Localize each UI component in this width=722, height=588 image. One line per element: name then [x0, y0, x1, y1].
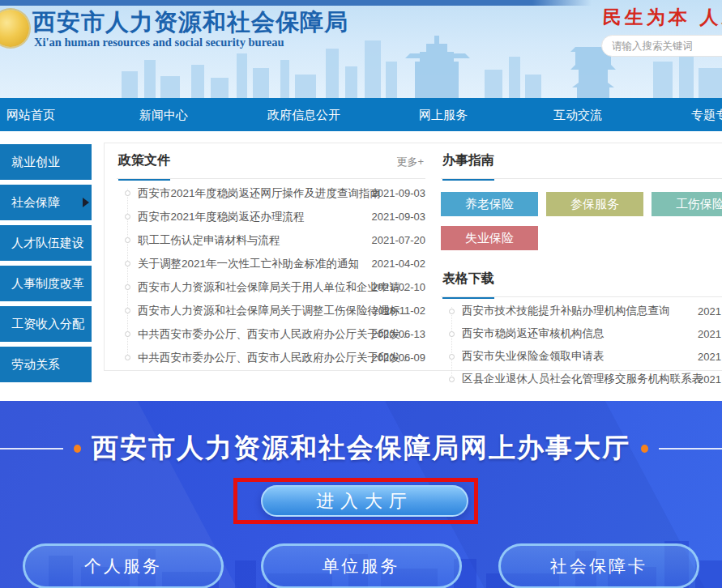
calligraphy-slogan: 民生为本 人才: [602, 5, 722, 30]
guide-button[interactable]: 养老保险: [441, 192, 538, 216]
bullet-icon: [449, 309, 455, 314]
policy-list-item[interactable]: 西安市人力资源和社会保障局关于调整工伤保险待遇标... 2020-11-02: [117, 299, 425, 322]
nav-item[interactable]: 专题专栏: [691, 98, 722, 131]
policy-item-date: 2021-09-03: [372, 187, 426, 199]
banner-bottom-buttons: 个人服务 单位服务 社会保障卡: [0, 543, 722, 588]
sidebar-item-label: 人事制度改革: [11, 276, 84, 290]
policy-section-title: 政策文件: [118, 152, 170, 181]
decor-dot-right: [641, 445, 648, 453]
nav-item[interactable]: 政府信息公开: [267, 98, 340, 131]
decor-line-left: [0, 448, 63, 450]
form-item-date: 2021: [698, 351, 721, 363]
active-arrow-icon: [83, 198, 89, 207]
policy-list: 西安市2021年度稳岗返还网厅操作及进度查询指南 2021-09-03 西安市2…: [117, 179, 425, 369]
bullet-icon: [125, 261, 130, 266]
policy-list-item[interactable]: 西安市2021年度稳岗返还办理流程 2021-09-03: [117, 205, 425, 228]
guide-button[interactable]: 工伤保险: [652, 192, 722, 216]
header-top-strip: [0, 0, 592, 6]
policy-item-title: 关于调整2021年一次性工亡补助金标准的通知: [138, 257, 359, 271]
policy-item-title: 西安市人力资源和社会保障局关于用人单位和企业申请...: [138, 280, 409, 295]
site-subtitle-english: Xi'an human resources and social securit…: [34, 36, 284, 49]
site-title: 西安市人力资源和社会保障局: [32, 6, 348, 39]
sidebar-item[interactable]: 就业创业: [0, 144, 92, 180]
policy-section-header: 政策文件 更多+: [117, 143, 425, 179]
bullet-icon: [125, 308, 130, 313]
bullet-icon: [125, 237, 130, 243]
sidebar-item-label: 社会保障: [11, 195, 60, 209]
nav-item[interactable]: 互动交流: [553, 98, 602, 131]
bullet-icon: [125, 214, 130, 219]
site-header: 西安市人力资源和社会保障局 Xi'an human resources and …: [0, 0, 722, 98]
sidebar-item-label: 人才队伍建设: [11, 236, 84, 249]
banner-title-row: 西安市人力资源和社会保障局网上办事大厅: [0, 430, 722, 467]
policy-item-date: 2020-06-13: [372, 328, 426, 340]
policy-item-title: 职工工伤认定申请材料与流程: [138, 233, 280, 248]
sidebar-item-label: 劳动关系: [11, 357, 60, 371]
service-pill-button[interactable]: 单位服务: [261, 543, 462, 588]
form-item-date: 2021: [698, 328, 721, 340]
sidebar-item[interactable]: 人才队伍建设: [0, 225, 92, 261]
form-item-date: 2021: [698, 373, 721, 386]
bullet-icon: [125, 331, 130, 337]
nav-item[interactable]: 网上服务: [419, 98, 468, 131]
service-pill-button[interactable]: 个人服务: [23, 543, 224, 588]
bullet-icon: [125, 284, 130, 290]
policy-list-item[interactable]: 西安市2021年度稳岗返还网厅操作及进度查询指南 2021-09-03: [117, 181, 425, 205]
guide-section-title: 办事指南: [442, 152, 494, 181]
policy-more-link[interactable]: 更多+: [396, 155, 424, 169]
service-pill-button[interactable]: 社会保障卡: [498, 543, 699, 588]
decor-dot-left: [74, 445, 81, 453]
forms-section-header: 表格下载: [441, 262, 722, 297]
bullet-icon: [449, 331, 455, 337]
bullet-icon: [449, 354, 455, 360]
policy-list-item[interactable]: 职工工伤认定申请材料与流程 2021-07-20: [117, 228, 425, 252]
form-item-title: 西安市稳岗返还审核机构信息: [462, 326, 605, 341]
form-item-title: 区县企业退休人员社会化管理移交服务机构联系表: [462, 372, 703, 386]
banner-title: 西安市人力资源和社会保障局网上办事大厅: [92, 430, 630, 467]
form-list-item[interactable]: 西安市稳岗返还审核机构信息 2021: [441, 322, 722, 345]
form-list-item[interactable]: 西安市失业保险金领取申请表 2021: [441, 345, 722, 368]
sidebar-item[interactable]: 社会保障: [0, 185, 92, 220]
policy-item-date: 2020-06-09: [372, 352, 426, 364]
guide-buttons: 养老保险 参保服务 工伤保险 失业保险: [441, 179, 722, 262]
main-content: 就业创业 社会保障 人才队伍建设 人事制度改革: [0, 131, 722, 401]
nav-item[interactable]: 新闻中心: [139, 98, 188, 131]
guide-section-header: 办事指南: [441, 143, 722, 179]
sidebar-menu: 就业创业 社会保障 人才队伍建设 人事制度改革: [0, 144, 92, 387]
policy-list-item[interactable]: 中共西安市委办公厅、西安市人民政府办公厅关于印发... 2020-06-13: [117, 322, 425, 346]
form-item-title: 西安市技术技能提升补贴办理机构信息查询: [462, 304, 670, 318]
policy-item-title: 西安市2021年度稳岗返还网厅操作及进度查询指南: [138, 186, 381, 201]
form-item-title: 西安市失业保险金领取申请表: [462, 349, 605, 364]
search-input[interactable]: [601, 35, 722, 57]
policy-item-title: 中共西安市委办公厅、西安市人民政府办公厅关于印发...: [138, 327, 409, 342]
policy-item-title: 西安市人力资源和社会保障局关于调整工伤保险待遇标...: [138, 304, 409, 318]
policy-list-item[interactable]: 关于调整2021年一次性工亡补助金标准的通知 2021-04-02: [117, 252, 425, 275]
red-highlight-box: [233, 478, 478, 524]
policy-item-date: 2020-11-02: [372, 305, 425, 317]
guide-button[interactable]: 参保服务: [546, 192, 643, 216]
sidebar-item[interactable]: 工资收入分配: [0, 306, 92, 342]
form-list-item[interactable]: 西安市技术技能提升补贴办理机构信息查询 2021: [441, 300, 722, 322]
bullet-icon: [125, 355, 130, 360]
form-list-item[interactable]: 区县企业退休人员社会化管理移交服务机构联系表 2021: [441, 368, 722, 390]
policy-item-date: 2021-04-02: [372, 258, 426, 270]
policy-item-date: 2021-09-03: [372, 211, 426, 223]
decor-line-right: [659, 448, 722, 450]
sidebar-item[interactable]: 劳动关系: [0, 347, 92, 382]
policy-list-item[interactable]: 西安市人力资源和社会保障局关于用人单位和企业申请... 2021-02-10: [117, 275, 425, 299]
content-box: 政策文件 更多+ 西安市2021年度稳岗返还网厅操作及进度查询指南 2021-0…: [104, 143, 722, 371]
service-hall-banner: 西安市人力资源和社会保障局网上办事大厅 进入大厅 个人服务 单位服务 社会保障卡: [0, 401, 722, 588]
sidebar-item-label: 就业创业: [11, 155, 60, 168]
guide-button[interactable]: 失业保险: [441, 226, 538, 250]
policy-item-title: 中共西安市委办公厅、西安市人民政府办公厅关于印发...: [138, 351, 409, 365]
nav-item[interactable]: 网站首页: [6, 98, 55, 131]
policy-list-item[interactable]: 中共西安市委办公厅、西安市人民政府办公厅关于印发... 2020-06-09: [117, 346, 425, 369]
main-navbar: 网站首页 新闻中心 政府信息公开 网上服务 互动交流 专题专栏: [0, 98, 722, 131]
sidebar-item[interactable]: 人事制度改革: [0, 266, 92, 301]
policy-item-date: 2021-07-20: [372, 234, 426, 246]
forms-list: 西安市技术技能提升补贴办理机构信息查询 2021 西安市稳岗返还审核机构信息 2…: [441, 297, 722, 390]
guide-section: 办事指南 养老保险 参保服务 工伤保险 失业保险 表格下载: [441, 143, 722, 390]
page: 西安市人力资源和社会保障局 Xi'an human resources and …: [0, 0, 722, 588]
forms-section-title: 表格下载: [442, 271, 494, 299]
policy-item-title: 西安市2021年度稳岗返还办理流程: [138, 210, 305, 224]
